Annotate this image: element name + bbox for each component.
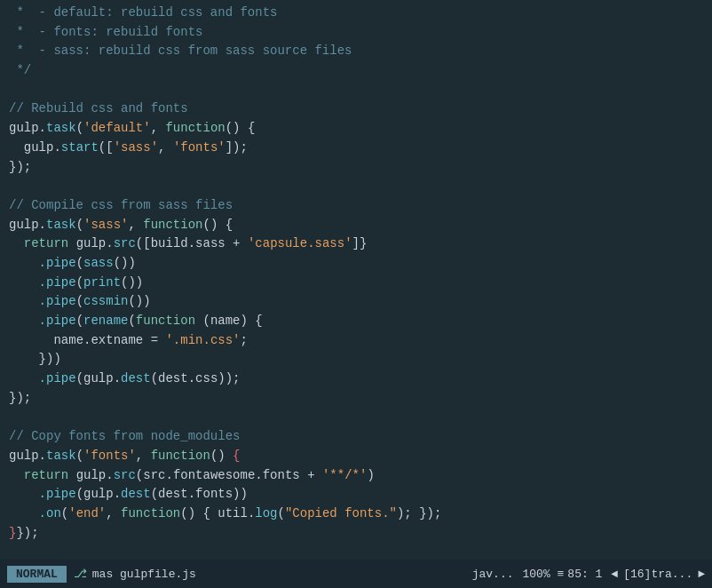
code-line: .pipe(sass()): [0, 254, 712, 274]
code-line: .on('end', function() { util.log("Copied…: [0, 505, 712, 524]
arrow-right-icon: ►: [698, 568, 705, 581]
tag-info: [16]tra...: [623, 568, 692, 581]
scroll-percent: 100% ≡: [522, 568, 564, 581]
status-branch-file: mas gulpfile.js: [92, 568, 472, 581]
code-line: // Copy fonts from node_modules: [0, 427, 712, 447]
code-line: return gulp.src(src.fontawesome.fonts + …: [0, 466, 712, 486]
cursor-position: 85: 1: [567, 568, 602, 581]
code-line: gulp.task('sass', function() {: [0, 216, 712, 235]
branch-icon: ⎇: [74, 567, 87, 581]
code-line: .pipe(rename(function (name) {: [0, 312, 712, 331]
vim-mode: NORMAL: [7, 566, 67, 583]
status-right: ◄ [16]tra... ►: [611, 568, 705, 581]
code-line: });: [0, 389, 712, 409]
code-line: [0, 408, 712, 427]
code-line: gulp.start(['sass', 'fonts']);: [0, 139, 712, 158]
code-line: .pipe(cssmin()): [0, 292, 712, 312]
code-line: [0, 81, 712, 100]
code-line: })): [0, 350, 712, 369]
file-name: gulpfile.js: [120, 568, 196, 581]
code-line: * - fonts: rebuild fonts: [0, 23, 712, 43]
code-line: */: [0, 61, 712, 81]
code-line: .pipe(gulp.dest(dest.fonts)): [0, 485, 712, 505]
branch-name: mas: [92, 568, 113, 581]
code-editor: * - default: rebuild css and fonts * - f…: [0, 0, 712, 560]
code-line: name.extname = '.min.css';: [0, 331, 712, 351]
code-line: // Rebuild css and fonts: [0, 99, 712, 119]
code-line: return gulp.src([build.sass + 'capsule.s…: [0, 234, 712, 254]
code-line: // Compile css from sass files: [0, 196, 712, 216]
code-line: gulp.task('fonts', function() {: [0, 447, 712, 466]
code-line: .pipe(print()): [0, 274, 712, 293]
code-line: [0, 177, 712, 196]
code-line: }});: [0, 524, 712, 544]
code-line: * - sass: rebuild css from sass source f…: [0, 42, 712, 61]
arrow-left-icon: ◄: [611, 568, 618, 581]
status-bar: NORMAL ⎇ mas gulpfile.js jav... 100% ≡ 8…: [0, 560, 712, 588]
code-line: gulp.task('default', function() {: [0, 119, 712, 139]
code-line: });: [0, 158, 712, 178]
code-line: * - default: rebuild css and fonts: [0, 4, 712, 23]
file-type: jav...: [472, 568, 514, 581]
code-line: .pipe(gulp.dest(dest.css));: [0, 369, 712, 389]
